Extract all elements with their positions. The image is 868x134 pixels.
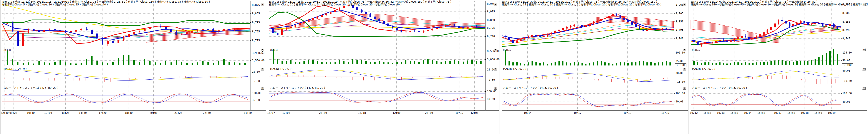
volume-panel-label: 出来高 <box>3 49 11 52</box>
chart-canvas[interactable]: 10/1712:0020:0010/1812:0020:0010/1912:00… <box>267 0 500 117</box>
y-axis-label: 40.00 <box>842 100 850 103</box>
overlay-line-ma-red <box>2 24 250 44</box>
chart-title-line2: 移動平均( Close, 10 ) 移動平均( Close, 5 ) 移動平均(… <box>269 3 402 6</box>
chart-window-nikkei225-future-60min: 10/1216:3010/1316:3010/1416:3010/1716:30… <box>689 0 868 134</box>
panel-dropdown-button[interactable]: ▼ <box>862 87 866 90</box>
x-axis-label: 10/12 <box>690 111 698 114</box>
y-axis-label: 105.00 <box>676 51 685 54</box>
panel-dropdown-button[interactable]: ▼ <box>683 68 686 71</box>
x-axis-label: 09:20 <box>9 111 17 114</box>
y-axis-label: -15.00 <box>676 80 685 83</box>
chart-title-line2: 移動平均( Close, 150 ) 移動平均( Close, 75 ) 移動平… <box>691 3 868 6</box>
x-axis-label: 01:20 <box>244 111 252 114</box>
panel-dropdown-button[interactable]: ▼ <box>862 49 866 51</box>
stoch-panel-label: スロー・ストキャスティクス( 14, 3, 80, 20 ) <box>503 86 558 89</box>
x-axis-label: 12:00 <box>470 111 478 114</box>
panel-dropdown-button[interactable]: ▼ <box>683 3 686 6</box>
volume-bars <box>7 51 246 65</box>
chart-window-nikkei225-future-5min: 02:4009:2010:4012:0013:2014:4017:2018:40… <box>0 0 267 134</box>
panel-dropdown-button[interactable]: ▼ <box>261 68 265 71</box>
volume-panel-label: 出来高 <box>692 49 700 52</box>
y-axis-label: 8,715 <box>252 39 260 42</box>
volume-multiplier-box: × 100 <box>842 63 853 67</box>
panel-dropdown-button[interactable]: ▼ <box>862 68 866 71</box>
x-axis-label: 10/17 <box>574 111 581 114</box>
x-axis-label: 14:40 <box>79 111 87 114</box>
y-axis-label: 40.00 <box>676 100 683 103</box>
x-axis-label: 12:00 <box>44 111 52 114</box>
volume-bars <box>273 49 482 64</box>
overlay-line-ma-green <box>2 20 250 25</box>
macd-signal-line <box>692 71 839 80</box>
y-axis-label: 8,875 <box>252 3 260 6</box>
stoch-panel-label: スロー・ストキャスティクス( 14, 3, 80, 20 ) <box>3 86 58 89</box>
y-axis-label: -8.50 <box>487 78 495 81</box>
panel-dropdown-button[interactable]: ▼ <box>862 3 866 6</box>
x-axis-label: 10/17 <box>774 111 781 114</box>
x-axis-label: 18:40 <box>125 111 132 114</box>
chart-canvas[interactable]: 10/1410/1710/1810/198,9608,9058,8508,795… <box>500 0 689 117</box>
y-axis-label: 100.00 <box>487 90 496 93</box>
volume-bars <box>693 49 838 65</box>
y-axis-label: 135.00 <box>842 51 852 54</box>
y-axis-label: -10.00 <box>842 79 852 82</box>
chart-title-line2: 移動平均( Close, 75 ) 移動平均( Close, 10 ) 移動平均… <box>502 3 661 6</box>
x-axis-label: 10/19 <box>661 111 669 114</box>
x-axis-label: 02:40 <box>1 111 8 114</box>
x-axis-label: 10/13 <box>717 111 725 114</box>
panel-dropdown-button[interactable]: ▼ <box>261 3 265 6</box>
candlesticks <box>273 4 482 36</box>
chart-canvas[interactable]: 02:4009:2010:4012:0013:2014:4017:2018:40… <box>0 0 267 117</box>
y-axis-label: 35.00 <box>252 99 260 102</box>
x-axis-label: 10:40 <box>27 111 34 114</box>
x-axis-label: 21:20 <box>175 111 182 114</box>
y-axis-label: 8,960 <box>487 2 495 5</box>
chart-window-nikkei225-future-30min: 10/1410/1710/1810/198,9608,9058,8508,795… <box>500 0 689 134</box>
stochastics-plot <box>269 92 485 103</box>
y-axis-label: 1,550.00 <box>252 59 265 62</box>
x-axis-label: 20:00 <box>425 111 433 114</box>
panel-dropdown-button[interactable]: ▼ <box>683 49 686 51</box>
y-axis-label: 20.50 <box>487 68 495 71</box>
panel-dropdown-button[interactable]: ▼ <box>494 68 497 71</box>
y-axis-label: 8,500.00 <box>487 50 500 53</box>
macd-plot <box>2 70 250 82</box>
x-axis-label: 16:30 <box>787 111 795 114</box>
stoch-k-line <box>5 93 248 103</box>
macd-line <box>503 73 672 82</box>
volume-panel-label: 出来高 <box>503 49 511 52</box>
y-axis-label: -5.00 <box>252 80 260 83</box>
macd-line <box>271 70 483 80</box>
stoch-k-line <box>503 94 672 107</box>
y-axis-label: 8,850 <box>487 19 495 22</box>
macd-signal-line <box>5 70 248 80</box>
panel-dropdown-button[interactable]: ▼ <box>494 3 497 6</box>
overlay-line-ma-yellow <box>2 4 250 30</box>
x-axis-label: 12:00 <box>393 111 401 114</box>
stoch-panel-label: スロー・ストキャスティクス( 14, 3, 80, 20 ) <box>270 86 325 89</box>
x-axis-label: 17:20 <box>99 111 106 114</box>
y-axis-label: 8,740 <box>487 35 495 38</box>
macd-panel-label: MACD( 12, 26, 9 ) <box>270 68 293 71</box>
y-axis-label: 8,755 <box>252 30 260 33</box>
x-axis-label: 10/19 <box>828 111 836 114</box>
volume-multiplier-box: × 100 <box>675 63 686 67</box>
y-axis-label: 35.00 <box>487 98 495 101</box>
panel-dropdown-button[interactable]: ▼ <box>494 49 497 51</box>
y-axis-label: 50.00 <box>842 59 850 62</box>
overlay-line-ma-green <box>269 12 485 36</box>
y-axis-label: 8,740 <box>676 37 683 40</box>
chart-canvas[interactable]: 10/1216:3010/1316:3010/1416:3010/1716:30… <box>689 0 868 117</box>
trading-app-workspace: 02:4009:2010:4012:0013:2014:4017:2018:40… <box>0 0 868 134</box>
y-axis-label: 8,905 <box>487 10 495 13</box>
panel-dropdown-button[interactable]: ▼ <box>683 87 686 90</box>
macd-panel-label: MACD( 12, 26, 9 ) <box>503 68 526 71</box>
y-axis-label: 8,795 <box>842 28 850 31</box>
volume-bars <box>505 50 671 65</box>
panel-dropdown-button[interactable]: ▼ <box>261 87 265 90</box>
panel-dropdown-button[interactable]: ▼ <box>494 87 497 90</box>
x-axis-label: 10/17 <box>267 111 275 114</box>
y-axis-label: 100.00 <box>842 92 852 95</box>
x-axis-label: 16:30 <box>730 111 738 114</box>
x-axis-label: 10/18 <box>623 111 631 114</box>
